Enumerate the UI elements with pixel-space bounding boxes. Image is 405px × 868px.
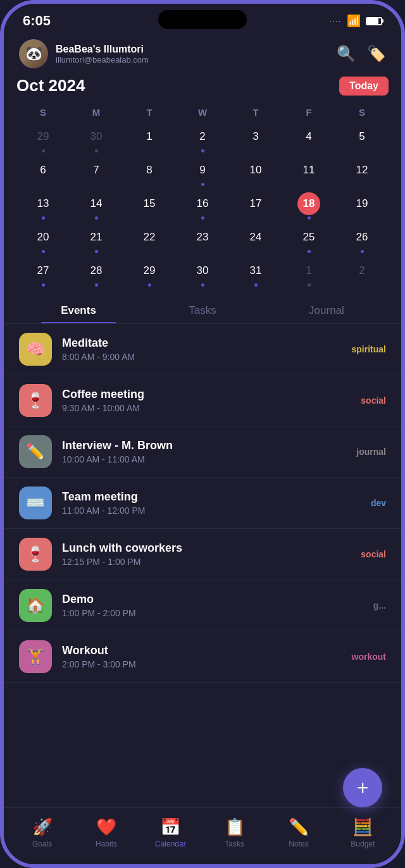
- cal-day-number: 9: [191, 159, 214, 182]
- user-email: illumtori@beabealab.com: [56, 55, 149, 65]
- nav-item-goals[interactable]: 🚀 Goals: [10, 817, 74, 848]
- cal-week-0: 293012345: [16, 123, 389, 155]
- budget-icon: 🧮: [352, 817, 373, 837]
- cal-day-0-2[interactable]: 1: [123, 123, 176, 155]
- event-icon-5: 🏠: [19, 589, 52, 622]
- status-time: 6:05: [23, 13, 51, 29]
- day-header-sat: S: [335, 104, 389, 120]
- cal-day-0-6[interactable]: 5: [335, 123, 389, 155]
- cal-day-3-1[interactable]: 21: [70, 223, 123, 256]
- nav-item-budget[interactable]: 🧮 Budget: [331, 817, 395, 848]
- event-time-6: 2:00 PM - 3:00 PM: [62, 659, 352, 669]
- cal-day-2-0[interactable]: 13: [16, 190, 70, 222]
- event-item-1[interactable]: 🍷Coffee meeting9:30 AM - 10:00 AMsocial: [4, 375, 401, 426]
- cal-day-4-6[interactable]: 2: [335, 257, 389, 289]
- event-item-4[interactable]: 🍷Lunch with coworkers12:15 PM - 1:00 PMs…: [4, 529, 401, 580]
- cal-day-3-0[interactable]: 20: [16, 223, 70, 256]
- nav-item-calendar[interactable]: 📅 Calendar: [139, 817, 202, 848]
- cal-day-number: 6: [32, 159, 54, 182]
- search-icon[interactable]: 🔍: [337, 45, 356, 63]
- cal-day-dot: [361, 250, 364, 253]
- add-event-fab[interactable]: +: [343, 768, 382, 807]
- event-info-0: Meditate8:00 AM - 9:00 AM: [62, 337, 352, 362]
- event-item-3[interactable]: ⌨️Team meeting11:00 AM - 12:00 PMdev: [4, 478, 401, 529]
- cal-day-2-1[interactable]: 14: [70, 190, 123, 222]
- cal-day-0-1[interactable]: 30: [70, 123, 123, 155]
- cal-day-4-2[interactable]: 29: [123, 257, 176, 289]
- goals-icon: 🚀: [32, 817, 53, 837]
- cal-day-number: 7: [85, 159, 108, 182]
- cal-day-1-5[interactable]: 11: [282, 156, 335, 189]
- tag-icon[interactable]: 🏷️: [367, 45, 386, 63]
- cal-day-2-3[interactable]: 16: [176, 190, 229, 222]
- cal-day-3-3[interactable]: 23: [176, 223, 229, 256]
- cal-day-3-5[interactable]: 25: [282, 223, 335, 256]
- day-header-wed: W: [176, 104, 229, 120]
- cal-day-0-5[interactable]: 4: [282, 123, 335, 155]
- tab-tasks[interactable]: Tasks: [140, 295, 265, 323]
- cal-day-dot: [95, 216, 98, 220]
- event-time-0: 8:00 AM - 9:00 AM: [62, 352, 352, 362]
- cal-day-dot: [42, 250, 45, 253]
- user-name: BeaBea's Illumtori: [56, 44, 149, 55]
- event-icon-3: ⌨️: [19, 487, 52, 519]
- event-tag-1: social: [361, 395, 386, 406]
- event-tag-5: g...: [373, 600, 386, 611]
- battery-icon: [366, 17, 382, 25]
- nav-item-notes[interactable]: ✏️ Notes: [266, 817, 330, 848]
- cal-day-number: 2: [351, 259, 373, 282]
- tasks-label: Tasks: [225, 840, 244, 848]
- cal-day-number: 19: [351, 192, 373, 215]
- cal-day-4-0[interactable]: 27: [16, 257, 70, 289]
- cal-day-1-1[interactable]: 7: [70, 156, 123, 189]
- cal-day-0-4[interactable]: 3: [229, 123, 282, 155]
- avatar[interactable]: 🐼: [19, 39, 48, 68]
- nav-item-tasks[interactable]: 📋 Tasks: [202, 817, 266, 848]
- cal-day-dot: [95, 250, 98, 253]
- tab-journal[interactable]: Journal: [265, 295, 389, 323]
- cal-day-2-4[interactable]: 17: [229, 190, 282, 222]
- cal-day-2-2[interactable]: 15: [123, 190, 176, 222]
- cal-day-1-4[interactable]: 10: [229, 156, 282, 189]
- cal-day-number: 16: [191, 192, 214, 215]
- event-title-4: Lunch with coworkers: [62, 542, 361, 555]
- cal-day-1-2[interactable]: 8: [123, 156, 176, 189]
- cal-day-dot: [201, 283, 204, 287]
- cal-day-number: 17: [244, 192, 267, 215]
- header-left: 🐼 BeaBea's Illumtori illumtori@beabealab…: [19, 39, 149, 68]
- event-item-6[interactable]: 🏋️Workout2:00 PM - 3:00 PMworkout: [4, 631, 401, 683]
- cal-day-2-5[interactable]: 18: [282, 190, 335, 222]
- cal-day-1-3[interactable]: 9: [176, 156, 229, 189]
- cal-day-0-0[interactable]: 29: [16, 123, 70, 155]
- cal-day-0-3[interactable]: 2: [176, 123, 229, 155]
- event-icon-4: 🍷: [19, 538, 52, 571]
- cal-day-number: 8: [138, 159, 161, 182]
- day-header-tue: T: [123, 104, 176, 120]
- cal-day-number: 22: [138, 226, 161, 249]
- nav-item-habits[interactable]: ❤️ Habits: [74, 817, 138, 848]
- cal-day-4-4[interactable]: 31: [229, 257, 282, 289]
- wifi-icon: 📶: [347, 14, 361, 28]
- event-item-5[interactable]: 🏠Demo1:00 PM - 2:00 PMg...: [4, 580, 401, 631]
- cal-day-3-6[interactable]: 26: [335, 223, 389, 256]
- cal-day-dot: [42, 216, 45, 220]
- cal-day-1-0[interactable]: 6: [16, 156, 70, 189]
- event-time-1: 9:30 AM - 10:00 AM: [62, 403, 361, 413]
- cal-day-1-6[interactable]: 12: [335, 156, 389, 189]
- cal-day-4-5[interactable]: 1: [282, 257, 335, 289]
- cal-day-4-1[interactable]: 28: [70, 257, 123, 289]
- cal-day-3-4[interactable]: 24: [229, 223, 282, 256]
- event-info-2: Interview - M. Brown10:00 AM - 11:00 AM: [62, 439, 356, 464]
- cal-day-2-6[interactable]: 19: [335, 190, 389, 222]
- cal-week-1: 6789101112: [16, 156, 389, 189]
- notes-label: Notes: [289, 840, 308, 848]
- event-item-0[interactable]: 🧠Meditate8:00 AM - 9:00 AMspiritual: [4, 324, 401, 375]
- cal-day-number: 21: [85, 226, 108, 249]
- cal-day-number: 30: [191, 259, 214, 282]
- cal-day-4-3[interactable]: 30: [176, 257, 229, 289]
- tab-events[interactable]: Events: [16, 295, 140, 323]
- event-item-2[interactable]: ✏️Interview - M. Brown10:00 AM - 11:00 A…: [4, 426, 401, 478]
- today-button[interactable]: Today: [339, 77, 389, 96]
- cal-day-3-2[interactable]: 22: [123, 223, 176, 256]
- calendar-weeks: 2930123456789101112131415161718192021222…: [16, 123, 389, 289]
